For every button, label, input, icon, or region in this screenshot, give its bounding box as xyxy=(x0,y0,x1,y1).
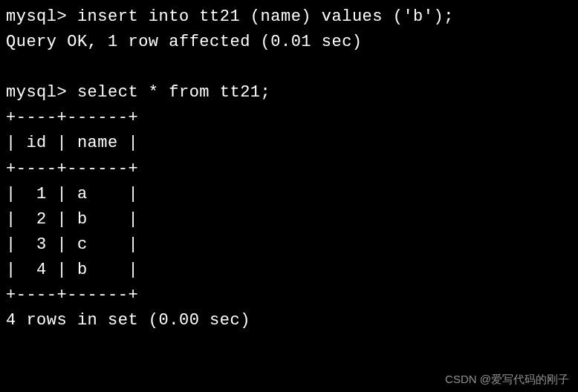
terminal-output: mysql> insert into tt21 (name) values ('… xyxy=(6,4,572,333)
table-border: +----+------+ xyxy=(6,160,138,178)
watermark: CSDN @爱写代码的刚子 xyxy=(445,370,569,388)
prompt: mysql> xyxy=(6,7,67,26)
table-border: +----+------+ xyxy=(6,108,138,127)
table-row: | 2 | b | xyxy=(6,210,138,229)
table-row: | 1 | a | xyxy=(6,185,138,203)
query-result: Query OK, 1 row affected (0.01 sec) xyxy=(6,33,363,51)
sql-select-command: select * from tt21; xyxy=(77,83,270,102)
rows-summary: 4 rows in set (0.00 sec) xyxy=(6,311,250,330)
table-border: +----+------+ xyxy=(6,286,138,304)
table-header: | id | name | xyxy=(6,134,138,152)
prompt: mysql> xyxy=(6,83,67,102)
sql-insert-command: insert into tt21 (name) values ('b'); xyxy=(77,7,454,26)
table-row: | 4 | b | xyxy=(6,261,138,279)
table-row: | 3 | c | xyxy=(6,235,138,254)
